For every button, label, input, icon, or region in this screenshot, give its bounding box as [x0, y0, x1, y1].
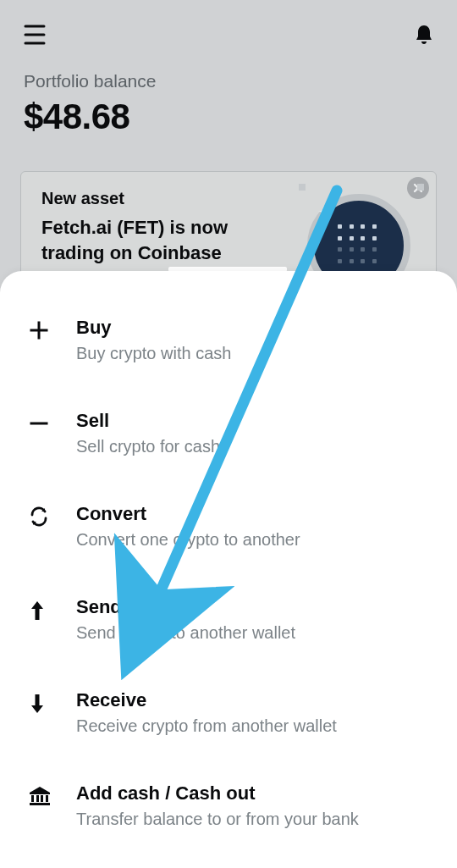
buy-action[interactable]: Buy Buy crypto with cash	[0, 317, 457, 364]
action-title: Buy	[76, 317, 437, 339]
receive-action[interactable]: Receive Receive crypto from another wall…	[0, 689, 457, 737]
balance-label: Portfolio balance	[24, 71, 433, 91]
action-desc: Transfer balance to or from your bank	[76, 808, 437, 830]
action-title: Send	[76, 596, 437, 618]
portfolio-balance: Portfolio balance $48.68	[0, 46, 457, 154]
plus-icon	[29, 317, 76, 340]
action-desc: Receive crypto from another wallet	[76, 715, 437, 737]
action-desc: Buy crypto with cash	[76, 342, 437, 364]
action-sheet: Buy Buy crypto with cash Sell Sell crypt…	[0, 271, 457, 868]
convert-icon	[29, 503, 76, 527]
svg-rect-10	[41, 795, 43, 802]
cash-action[interactable]: Add cash / Cash out Transfer balance to …	[0, 782, 457, 830]
app-header	[0, 0, 457, 46]
balance-value: $48.68	[24, 97, 433, 137]
action-desc: Send crypto to another wallet	[76, 622, 437, 644]
sell-action[interactable]: Sell Sell crypto for cash	[0, 410, 457, 457]
bank-icon	[29, 782, 76, 806]
action-title: Convert	[76, 503, 437, 525]
convert-action[interactable]: Convert Convert one crypto to another	[0, 503, 457, 550]
svg-rect-12	[30, 803, 50, 805]
action-title: Receive	[76, 689, 437, 711]
svg-rect-11	[46, 795, 48, 802]
svg-rect-8	[31, 795, 34, 802]
decorative-dot	[299, 184, 306, 191]
arrow-up-icon	[29, 596, 76, 622]
action-desc: Convert one crypto to another	[76, 528, 437, 550]
bell-icon[interactable]	[415, 24, 433, 46]
action-title: Sell	[76, 410, 437, 432]
action-desc: Sell crypto for cash	[76, 435, 437, 457]
minus-icon	[29, 410, 76, 434]
send-action[interactable]: Send Send crypto to another wallet	[0, 596, 457, 644]
arrow-down-icon	[29, 689, 76, 715]
svg-rect-9	[36, 795, 39, 802]
action-title: Add cash / Cash out	[76, 782, 437, 804]
menu-icon[interactable]	[24, 25, 49, 45]
promo-text: Fetch.ai (FET) is now trading on Coinbas…	[41, 215, 278, 265]
decorative-dot	[417, 184, 424, 191]
